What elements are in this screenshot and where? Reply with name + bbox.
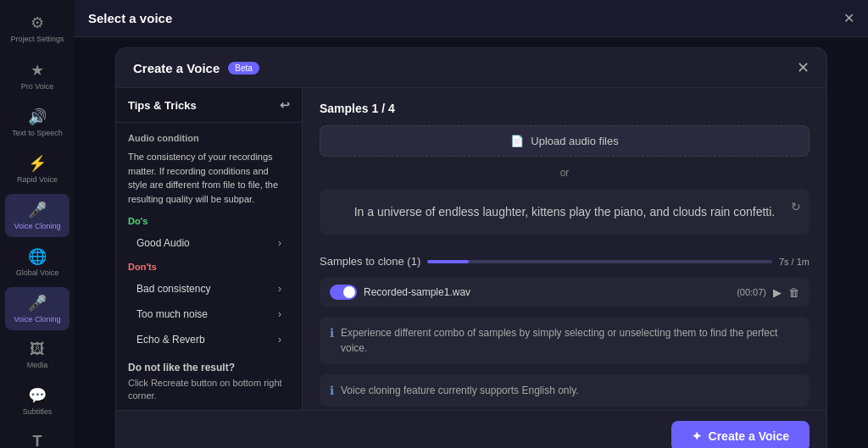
create-btn-label: Create a Voice bbox=[709, 429, 789, 443]
info-text-2: Voice cloning feature currently supports… bbox=[341, 383, 579, 398]
dos-label: Do's bbox=[128, 216, 290, 226]
progress-label: 7s / 1m bbox=[779, 257, 810, 267]
donts-label: Don'ts bbox=[128, 262, 290, 272]
left-panel: Tips & Tricks ↩ Audio condition The cons… bbox=[116, 88, 303, 410]
info-icon-2: ℹ bbox=[330, 384, 334, 397]
bad-consistency-label: Bad consistency bbox=[136, 283, 210, 295]
info-row-1: ℹ Experience different combo of samples … bbox=[320, 317, 810, 364]
samples-header: Samples 1 / 4 bbox=[320, 102, 810, 115]
progress-bar-fill bbox=[427, 260, 469, 263]
tips-header[interactable]: Tips & Tricks ↩ bbox=[116, 88, 302, 123]
outer-dialog-header: Select a voice ✕ bbox=[75, 0, 868, 37]
modal-backdrop: Create a Voice Beta ✕ Tips & Tricks ↩ Au… bbox=[75, 37, 868, 448]
sidebar-item-label: Text to Speech bbox=[12, 129, 63, 137]
info-row-2: ℹ Voice cloning feature currently suppor… bbox=[320, 374, 810, 407]
rapid-voice-icon: ⚡ bbox=[28, 154, 47, 173]
sidebar-item-label: Voice Cloning bbox=[14, 315, 60, 324]
sidebar-item-label: Rapid Voice bbox=[17, 175, 58, 184]
project-settings-icon: ⚙ bbox=[31, 14, 44, 32]
create-voice-button[interactable]: ✦ Create a Voice bbox=[671, 421, 810, 448]
sample-row: Recorded-sample1.wav (00:07) ▶ 🗑 bbox=[320, 278, 810, 307]
sidebar-item-global-voice[interactable]: 🌐 Global Voice bbox=[5, 241, 70, 284]
right-panel: Samples 1 / 4 📄 Upload audio files or In… bbox=[303, 88, 826, 410]
progress-bar bbox=[427, 260, 772, 263]
sidebar-item-pro-voice[interactable]: ★ Pro Voice bbox=[5, 54, 70, 97]
bad-consistency-item[interactable]: Bad consistency › bbox=[128, 277, 290, 301]
info-icon-1: ℹ bbox=[330, 326, 334, 340]
beta-badge: Beta bbox=[228, 62, 259, 75]
sidebar-item-label: Media bbox=[27, 361, 48, 369]
chevron-icon-4: › bbox=[278, 334, 281, 346]
voice-cloning-icon: 🎤 bbox=[28, 201, 47, 219]
no-result-text: Click Recreate button on bottom right co… bbox=[128, 377, 290, 403]
upload-icon: 📄 bbox=[510, 135, 524, 147]
outer-dialog-title: Select a voice bbox=[88, 11, 843, 25]
chevron-icon-2: › bbox=[278, 283, 281, 295]
sidebar-item-text[interactable]: T Text bbox=[5, 426, 70, 448]
sidebar-item-voice-cloning[interactable]: 🎤 Voice Cloning bbox=[5, 194, 70, 237]
sidebar-item-label: Voice Cloning bbox=[14, 222, 60, 230]
voice-cloning-2-icon: 🎤 bbox=[28, 294, 47, 312]
create-voice-modal: Create a Voice Beta ✕ Tips & Tricks ↩ Au… bbox=[115, 47, 827, 448]
no-result-title: Do not like the result? bbox=[128, 362, 290, 373]
sidebar-item-subtitles[interactable]: 💬 Subtitles bbox=[5, 379, 70, 423]
back-icon: ↩ bbox=[280, 98, 290, 112]
global-voice-icon: 🌐 bbox=[28, 247, 47, 266]
sidebar-item-text-to-speech[interactable]: 🔊 Text to Speech bbox=[5, 101, 70, 144]
sidebar-item-label: Global Voice bbox=[16, 268, 59, 277]
chevron-icon: › bbox=[278, 237, 281, 249]
prompt-box: In a universe of endless laughter, kitte… bbox=[320, 189, 810, 235]
too-much-noise-item[interactable]: Too much noise › bbox=[128, 302, 290, 326]
echo-reverb-item[interactable]: Echo & Reverb › bbox=[128, 328, 290, 351]
sample-toggle[interactable] bbox=[330, 285, 357, 300]
create-btn-icon: ✦ bbox=[692, 429, 702, 443]
samples-to-clone-label: Samples to clone (1) bbox=[320, 255, 420, 268]
samples-to-clone: Samples to clone (1) 7s / 1m bbox=[320, 255, 810, 268]
text-icon: T bbox=[33, 433, 42, 448]
prompt-text: In a universe of endless laughter, kitte… bbox=[354, 205, 776, 218]
outer-dialog-close[interactable]: ✕ bbox=[843, 10, 854, 26]
toggle-thumb bbox=[343, 286, 355, 298]
modal-footer: ✦ Create a Voice bbox=[116, 410, 826, 448]
good-audio-item[interactable]: Good Audio › bbox=[128, 231, 290, 255]
tts-icon: 🔊 bbox=[28, 108, 47, 126]
sidebar-item-project-settings[interactable]: ⚙ Project Settings bbox=[5, 7, 70, 51]
good-audio-label: Good Audio bbox=[136, 237, 190, 249]
sidebar-item-label: Subtitles bbox=[23, 407, 53, 416]
play-button[interactable]: ▶ bbox=[773, 286, 782, 299]
sidebar-item-label: Project Settings bbox=[10, 35, 64, 44]
media-icon: 🖼 bbox=[30, 340, 45, 358]
tips-label: Tips & Tricks bbox=[128, 99, 197, 112]
or-divider: or bbox=[320, 167, 810, 179]
sidebar: ⚙ Project Settings ★ Pro Voice 🔊 Text to… bbox=[0, 0, 75, 448]
sidebar-item-media[interactable]: 🖼 Media bbox=[5, 334, 70, 376]
upload-btn-label: Upload audio files bbox=[531, 135, 618, 147]
echo-reverb-label: Echo & Reverb bbox=[136, 334, 205, 346]
info-text-1: Experience different combo of samples by… bbox=[341, 325, 799, 356]
modal-close-button[interactable]: ✕ bbox=[797, 60, 810, 75]
left-panel-content: Audio condition The consistency of your … bbox=[116, 123, 302, 410]
subtitles-icon: 💬 bbox=[28, 386, 47, 405]
sample-duration: (00:07) bbox=[737, 287, 766, 297]
modal-body: Tips & Tricks ↩ Audio condition The cons… bbox=[116, 88, 826, 410]
sidebar-item-rapid-voice[interactable]: ⚡ Rapid Voice bbox=[5, 147, 70, 191]
too-much-noise-label: Too much noise bbox=[136, 308, 208, 320]
refresh-icon[interactable]: ↻ bbox=[791, 197, 801, 216]
sample-filename: Recorded-sample1.wav bbox=[364, 286, 730, 298]
chevron-icon-3: › bbox=[278, 308, 281, 320]
audio-condition-title: Audio condition bbox=[128, 133, 290, 143]
upload-audio-button[interactable]: 📄 Upload audio files bbox=[320, 125, 810, 157]
delete-button[interactable]: 🗑 bbox=[788, 286, 799, 299]
sidebar-item-label: Pro Voice bbox=[21, 82, 54, 91]
outer-dialog-area: Select a voice ✕ Create a Voice Beta ✕ T… bbox=[75, 0, 868, 448]
sidebar-item-voice-cloning-2[interactable]: 🎤 Voice Cloning bbox=[5, 287, 70, 330]
pro-voice-icon: ★ bbox=[31, 61, 44, 80]
audio-condition-text: The consistency of your recordings matte… bbox=[128, 150, 290, 206]
modal-title: Create a Voice bbox=[133, 61, 220, 75]
modal-header: Create a Voice Beta ✕ bbox=[116, 48, 826, 88]
